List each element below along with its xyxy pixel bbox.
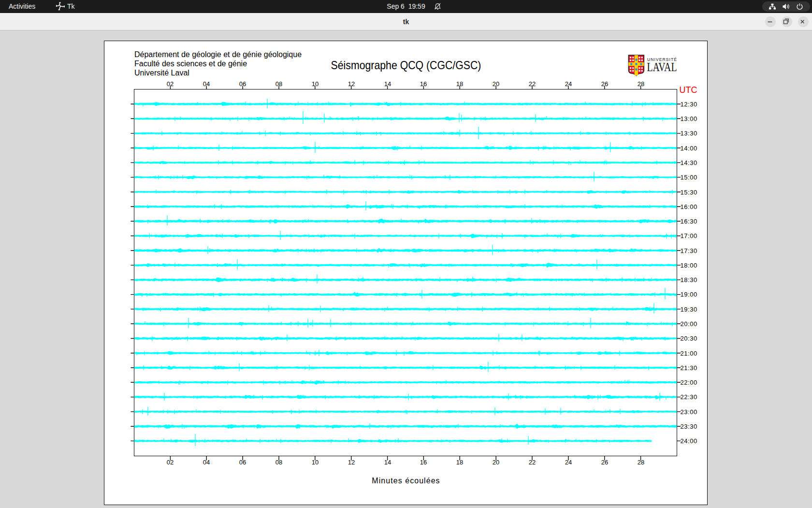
svg-text:LAVAL: LAVAL: [647, 60, 677, 74]
